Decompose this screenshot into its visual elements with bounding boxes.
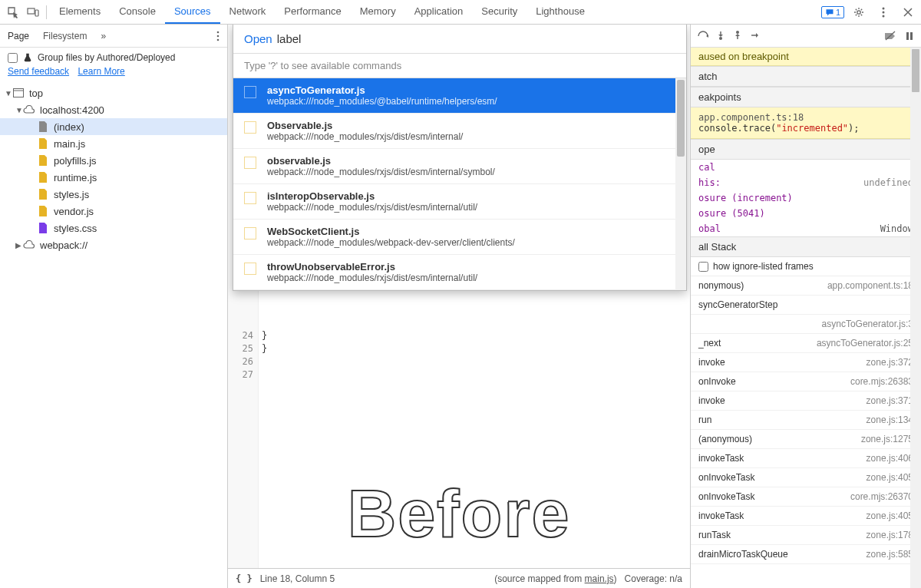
more-icon[interactable] [873, 2, 893, 22]
tree-file[interactable]: main.js [0, 135, 227, 152]
tree-webpack[interactable]: ▶webpack:// [0, 236, 227, 253]
svg-point-5 [883, 15, 885, 17]
scope-section[interactable]: ope [691, 139, 921, 160]
device-toggle-icon[interactable] [23, 2, 43, 22]
source-map-info: (source mapped from main.js) [494, 573, 616, 584]
stack-frame[interactable]: runTaskzone.js:178 [691, 526, 921, 545]
paused-banner: aused on breakpoint [691, 48, 921, 66]
stack-frame[interactable]: onInvokeTaskcore.mjs:26370 [691, 487, 921, 507]
tab-security[interactable]: Security [472, 0, 527, 24]
send-feedback-link[interactable]: Send feedback [8, 66, 69, 77]
pretty-print-button[interactable]: { } [236, 573, 253, 584]
stack-frame[interactable]: nonymous)app.component.ts:18 [691, 276, 921, 296]
feedback-links: Send feedback Learn More [0, 66, 227, 81]
navigator-more-icon[interactable] [216, 31, 220, 41]
ignore-listed-checkbox[interactable] [698, 262, 708, 272]
svg-point-4 [883, 11, 885, 13]
code-editor[interactable]: 24252627 }} Open Type '?' to see availab… [228, 25, 690, 568]
tab-sources[interactable]: Sources [165, 0, 220, 24]
command-menu-scrollbar[interactable] [675, 78, 686, 290]
tab-page[interactable]: Page [8, 26, 29, 46]
command-menu-item[interactable]: WebSocketClient.jswebpack:///node_module… [233, 220, 686, 255]
overlay-text: Before [348, 474, 571, 553]
stack-frame[interactable]: onInvokeTaskzone.js:405 [691, 468, 921, 487]
step-over-icon[interactable] [715, 30, 726, 42]
tree-file[interactable]: (index) [0, 118, 227, 135]
scope-row[interactable]: cal [691, 160, 921, 175]
navigator-tabs: Page Filesystem » [0, 25, 227, 48]
stack-frame[interactable]: runzone.js:134 [691, 411, 921, 430]
tree-file[interactable]: styles.js [0, 186, 227, 203]
right-scrollbar[interactable] [910, 48, 921, 588]
file-icon [244, 263, 256, 275]
scope-row[interactable]: osure (increment) [691, 190, 921, 206]
command-menu-list[interactable]: asyncToGenerator.jswebpack:///node_modul… [233, 78, 686, 290]
stack-frame[interactable]: _nextasyncToGenerator.js:25 [691, 334, 921, 353]
watch-section[interactable]: atch [691, 66, 921, 87]
command-menu: Open Type '?' to see available commands … [233, 25, 687, 291]
stack-frame[interactable]: asyncToGenerator.js:3 [691, 315, 921, 334]
command-menu-item[interactable]: observable.jswebpack:///node_modules/rxj… [233, 149, 686, 184]
scope-row[interactable]: osure (5041) [691, 206, 921, 221]
tab-more-icon[interactable]: » [101, 26, 106, 46]
svg-point-3 [883, 7, 885, 9]
command-menu-item[interactable]: isInteropObservable.jswebpack:///node_mo… [233, 184, 686, 220]
tab-elements[interactable]: Elements [50, 0, 110, 24]
command-menu-item[interactable]: Observable.jswebpack:///node_modules/rxj… [233, 114, 686, 149]
stack-frame[interactable]: (anonymous)zone.js:1275 [691, 430, 921, 449]
stack-frame[interactable]: invokezone.js:372 [691, 353, 921, 372]
stack-frame[interactable]: invokeTaskzone.js:406 [691, 449, 921, 468]
deactivate-breakpoints-icon[interactable] [884, 31, 896, 41]
tree-file[interactable]: polyfills.js [0, 152, 227, 169]
step-out-icon[interactable] [749, 30, 760, 42]
tab-memory[interactable]: Memory [351, 0, 405, 24]
stack-frame[interactable]: onInvokecore.mjs:26383 [691, 372, 921, 391]
command-menu-item[interactable]: asyncToGenerator.jswebpack:///node_modul… [233, 78, 686, 114]
command-menu-hint: Type '?' to see available commands [233, 54, 686, 78]
group-files-checkbox[interactable] [8, 53, 18, 63]
coverage-info: Coverage: n/a [625, 573, 682, 584]
stack-frame[interactable]: invokezone.js:371 [691, 391, 921, 411]
tree-host[interactable]: ▼localhost:4200 [0, 101, 227, 118]
step-into-icon[interactable] [732, 30, 743, 42]
stack-frame[interactable]: invokeTaskzone.js:405 [691, 507, 921, 526]
tree-file[interactable]: styles.css [0, 220, 227, 236]
tab-lighthouse[interactable]: Lighthouse [527, 0, 594, 24]
show-ignore-listed[interactable]: how ignore-listed frames [691, 257, 921, 276]
tabs-container: ElementsConsoleSourcesNetworkPerformance… [50, 0, 594, 24]
inspect-element-icon[interactable] [3, 2, 23, 22]
cursor-position: Line 18, Column 5 [260, 573, 335, 584]
breakpoint-item[interactable]: app.component.ts:18 console.trace("incre… [691, 107, 921, 139]
tab-filesystem[interactable]: Filesystem [43, 26, 87, 46]
tab-performance[interactable]: Performance [275, 0, 350, 24]
tree-file[interactable]: runtime.js [0, 169, 227, 186]
command-menu-item[interactable]: throwUnobservableError.jswebpack:///node… [233, 255, 686, 290]
learn-more-link[interactable]: Learn More [78, 66, 124, 77]
file-icon [244, 227, 256, 239]
command-menu-scrollbar-thumb[interactable] [677, 80, 685, 157]
debugger-pane: aused on breakpoint atch eakpoints app.c… [691, 25, 921, 588]
messages-badge[interactable]: 1 [821, 6, 844, 18]
scope-row[interactable]: obalWindow [691, 221, 921, 236]
svg-point-8 [217, 38, 220, 41]
right-scrollbar-thumb[interactable] [912, 49, 919, 92]
file-icon [37, 205, 49, 217]
group-files-label: Group files by Authored/Deployed [38, 52, 175, 63]
command-menu-input[interactable] [277, 32, 675, 45]
tree-file[interactable]: vendor.js [0, 203, 227, 220]
tab-application[interactable]: Application [405, 0, 473, 24]
pause-exceptions-icon[interactable] [904, 31, 915, 41]
tab-network[interactable]: Network [220, 0, 276, 24]
close-icon[interactable] [898, 2, 918, 22]
tree-top[interactable]: ▼top [0, 84, 227, 101]
breakpoints-section[interactable]: eakpoints [691, 87, 921, 107]
svg-rect-14 [906, 32, 909, 40]
stack-frame[interactable]: syncGeneratorStep [691, 296, 921, 315]
callstack-section[interactable]: all Stack [691, 236, 921, 257]
stack-frame[interactable]: drainMicroTaskQueuezone.js:585 [691, 545, 921, 564]
settings-icon[interactable] [849, 2, 869, 22]
svg-point-6 [217, 31, 220, 33]
tab-console[interactable]: Console [110, 0, 165, 24]
scope-row[interactable]: his:undefined [691, 175, 921, 190]
resume-icon[interactable] [697, 30, 709, 42]
